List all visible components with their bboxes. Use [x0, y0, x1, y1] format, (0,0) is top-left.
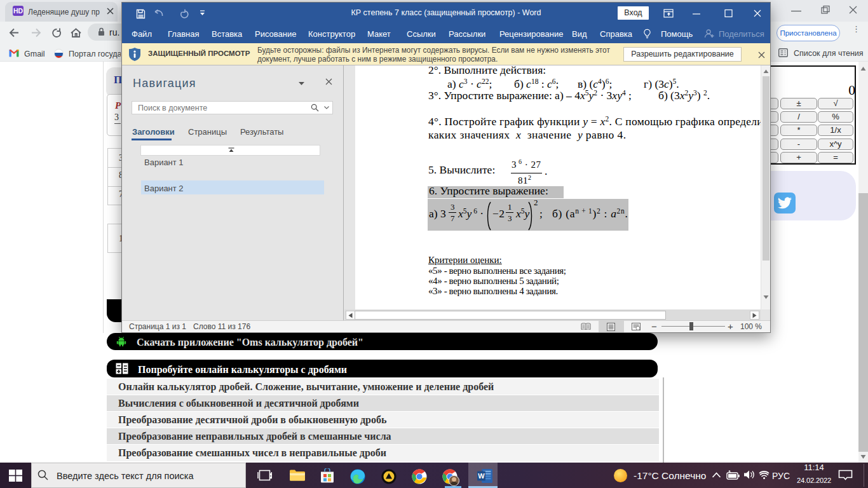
svg-text:W: W — [478, 472, 485, 480]
